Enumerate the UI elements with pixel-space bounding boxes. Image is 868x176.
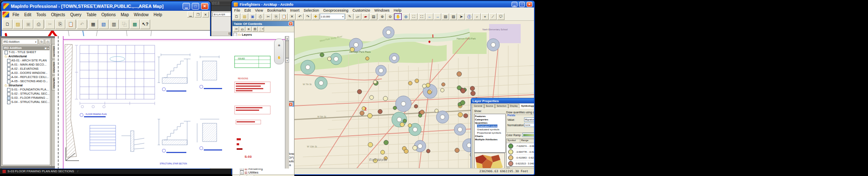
menu-edit[interactable]: Edit [242, 8, 253, 12]
list-by-source-icon[interactable]: 🗁 [240, 27, 245, 32]
mdi-minimize-button[interactable]: ▁ [187, 12, 194, 17]
arcmap-map-view[interactable]: Heritage Park Plaza Nash Elementary Scho… [294, 21, 534, 168]
close-icon[interactable]: ✕ [289, 22, 293, 26]
snapping-icon[interactable]: ▱ [354, 13, 361, 20]
select-elements-icon[interactable]: ➤ [457, 13, 465, 20]
new-table-icon[interactable]: 🗋 [2, 20, 12, 29]
normalization-combo[interactable]: none▼ [524, 123, 534, 127]
list-by-drawing-order-icon[interactable]: ≔ [233, 27, 239, 32]
menu-map[interactable]: Map [118, 12, 131, 17]
menu-help[interactable]: Help [392, 8, 404, 12]
menu-customize[interactable]: Customize [351, 8, 373, 12]
class-breaks-table[interactable]: Symbol Range Label -7.626674 - -3.694778… [506, 139, 534, 167]
close-button[interactable]: ✕ [201, 3, 208, 10]
menu-tools[interactable]: Tools [34, 12, 48, 17]
copy-icon[interactable]: ⎘ [272, 13, 280, 20]
cut-icon[interactable]: ✂ [265, 13, 272, 20]
arcmap-titlebar[interactable]: Firefighters - ArcMap - ArcInfo ▁ □ ✕ [232, 1, 534, 7]
html-popup-icon[interactable]: 🗩 [497, 13, 504, 20]
menu-windows[interactable]: Windows [372, 8, 392, 12]
save-icon[interactable]: ▣ [249, 13, 256, 20]
redo-icon[interactable]: ↷ [304, 13, 312, 20]
zoom-in-icon[interactable]: ⊕ [378, 13, 386, 20]
show-ranges-checkbox[interactable] [506, 168, 510, 168]
help-pointer-icon[interactable]: ↖? [140, 20, 150, 29]
map-scale-combo[interactable]: 1:10,000▼ [320, 14, 345, 20]
find-icon[interactable]: ⌕ [473, 13, 481, 20]
editor-icon[interactable]: ✎ [346, 13, 354, 20]
new-browser-icon[interactable]: ▦ [88, 20, 98, 29]
value-combo[interactable]: Migration B/W 1990-96▼ [524, 117, 534, 122]
scroll-thumb[interactable] [285, 41, 289, 58]
tab-general[interactable]: General [472, 104, 484, 108]
menu-file[interactable]: File [232, 8, 242, 12]
print-icon[interactable]: ⎙ [34, 20, 44, 29]
close-icon[interactable]: ✕ [289, 102, 293, 106]
maximize-button[interactable]: □ [192, 3, 199, 10]
pan-icon[interactable]: ✋ [394, 13, 402, 20]
close-button[interactable]: ✕ [527, 2, 532, 7]
new-mapper-icon[interactable]: ▧ [99, 20, 109, 29]
menu-table[interactable]: Table [84, 12, 99, 17]
menu-file[interactable]: File [10, 12, 22, 17]
open-icon[interactable]: ▨ [241, 13, 248, 20]
go-to-xy-icon[interactable]: ⌖ [481, 13, 489, 20]
new-grapher-icon[interactable]: ▥ [109, 20, 119, 29]
tab-display[interactable]: Display [508, 104, 519, 108]
menu-selection[interactable]: Selection [302, 8, 321, 12]
forward-extent-icon[interactable]: → [434, 13, 441, 20]
publish-icon[interactable]: ⎙ [45, 39, 50, 44]
scroll-down-icon[interactable]: ▼ [285, 58, 289, 63]
layout-tab-label[interactable]: S-03 FLOOR FRAMING PLAN AND SECTIONS [7, 169, 74, 173]
sketch-icon[interactable]: ▰ [362, 13, 369, 20]
navigation-bar[interactable]: ◉✋ [274, 39, 284, 64]
scroll-up-icon[interactable]: ▲ [285, 36, 289, 41]
mdi-close-button[interactable]: ✕ [202, 12, 209, 17]
cut-icon[interactable]: ✂ [45, 20, 55, 29]
new-map-icon[interactable]: 🗋 [233, 13, 240, 20]
new-redistricter-icon[interactable]: ▩ [130, 20, 140, 29]
undo-icon[interactable]: ↶ [77, 20, 87, 29]
attributes-icon[interactable]: ▤ [370, 13, 377, 20]
tab-source[interactable]: Source [484, 104, 495, 108]
menu-window[interactable]: Window [131, 12, 151, 17]
copy-icon[interactable]: ⎘ [55, 20, 65, 29]
list-by-selection-icon[interactable]: ▧ [252, 27, 258, 32]
options-icon[interactable]: ⋮≡ [258, 27, 264, 32]
full-extent-icon[interactable]: ◍ [402, 13, 410, 20]
measure-icon[interactable]: ⟋ [489, 13, 497, 20]
print-icon[interactable]: ⎙ [257, 13, 264, 20]
list-by-visibility-icon[interactable]: 👁 [246, 27, 252, 32]
mapinfo-titlebar[interactable]: MapInfo Professional - [TOWN,STREET,WATE… [2, 2, 210, 11]
menu-options[interactable]: Options [99, 12, 118, 17]
delete-icon[interactable]: ✕ [288, 13, 296, 20]
fixed-zoom-out-icon[interactable]: ⛚ [418, 13, 425, 20]
identify-icon[interactable]: ⓘ [465, 13, 473, 20]
refresh-icon[interactable]: ↻ [39, 39, 44, 44]
menu-geoprocessing[interactable]: Geoprocessing [321, 8, 351, 12]
mdi-restore-button[interactable]: ❐ [195, 12, 201, 17]
minimize-button[interactable]: ▁ [512, 2, 517, 7]
menu-insert[interactable]: Insert [288, 8, 302, 12]
color-ramp-combo[interactable]: ▼ [522, 133, 534, 137]
show-list[interactable]: Features Categories Quantities Graduated… [474, 114, 506, 153]
open-table-icon[interactable]: ▨ [13, 20, 23, 29]
menu-bookmarks[interactable]: Bookmarks [265, 8, 288, 12]
zoom-out-icon[interactable]: ⊖ [386, 13, 394, 20]
tab-selection[interactable]: Selection [495, 104, 508, 108]
clear-selection-icon[interactable]: ▨ [450, 13, 457, 20]
new-layout-icon[interactable]: ⿻ [119, 20, 129, 29]
fixed-zoom-in-icon[interactable]: ⛶ [410, 13, 418, 20]
save-table-icon[interactable]: ▣ [23, 20, 33, 29]
paste-icon[interactable]: 📋 [66, 20, 76, 29]
select-features-icon[interactable]: ▧ [442, 13, 449, 20]
menu-query[interactable]: Query [68, 12, 84, 17]
sheet-list[interactable]: IRD Addition▣ ▴ T-01 - TITLE SHEET 🗀Arch… [2, 45, 50, 165]
menu-objects[interactable]: Objects [49, 12, 68, 17]
back-extent-icon[interactable]: ← [426, 13, 433, 20]
menu-view[interactable]: View [253, 8, 265, 12]
drawing-area[interactable]: STRUCTURAL STAIR SECTION FLOOR FRAMING P… [55, 36, 289, 169]
minimize-button[interactable]: ▁ [183, 3, 190, 10]
sheet-set-combo[interactable]: IRD Addition▼ [2, 39, 38, 44]
paste-icon[interactable]: 📋 [280, 13, 288, 20]
